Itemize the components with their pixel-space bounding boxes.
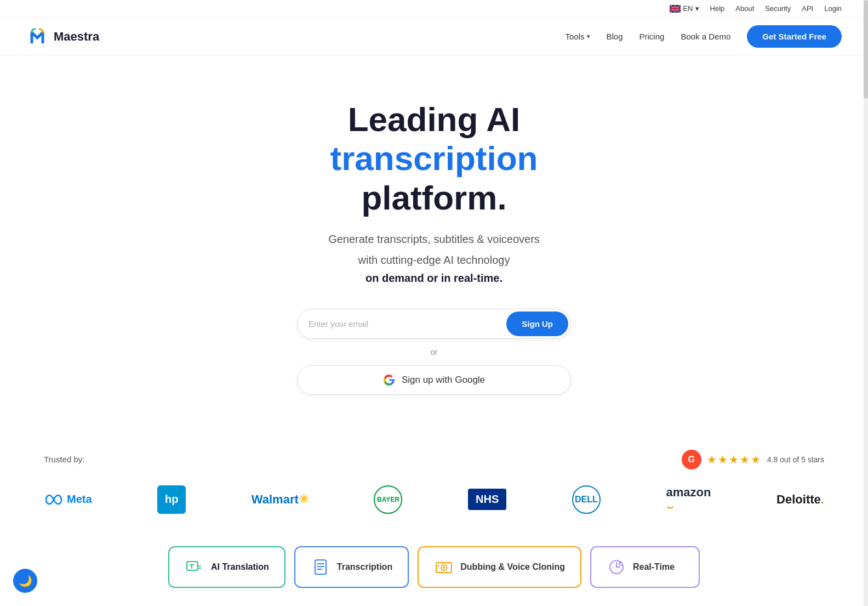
nav-tools[interactable]: Tools ▾	[565, 32, 590, 41]
topbar-help[interactable]: Help	[710, 4, 725, 13]
features-row: AI Translation Transcription Dubbing & V…	[0, 530, 868, 606]
svg-rect-8	[670, 8, 681, 9]
google-btn-label: Sign up with Google	[402, 375, 485, 386]
rating-text: 4.8 out of 5 stars	[767, 455, 824, 464]
email-input[interactable]	[298, 310, 504, 337]
scrollbar-thumb[interactable]	[864, 0, 868, 99]
topbar-security[interactable]: Security	[765, 4, 791, 13]
topbar-login[interactable]: Login	[824, 4, 842, 13]
hero-section: Leading AI transcription platform. Gener…	[0, 56, 868, 422]
star-rating: ★★★★★	[707, 453, 762, 466]
logos-row: Meta hp Walmart✳ BAYER NHS DELL amazon ⌣	[44, 486, 824, 513]
nhs-logo: NHS	[468, 486, 506, 513]
moon-icon: 🌙	[19, 574, 32, 587]
hero-subtitle-3: on demand or in real-time.	[26, 272, 842, 285]
scrollbar[interactable]	[864, 0, 868, 606]
hero-title: Leading AI transcription platform.	[26, 100, 842, 217]
realtime-label: Real-Time	[633, 562, 675, 572]
get-started-button[interactable]: Get Started Free	[747, 25, 842, 48]
signup-button[interactable]: Sign Up	[506, 312, 568, 336]
topbar-api[interactable]: API	[802, 4, 813, 13]
svg-point-14	[443, 567, 445, 569]
dell-logo: DELL	[572, 486, 601, 513]
dubbing-icon	[434, 557, 454, 577]
trusted-label: Trusted by:	[44, 455, 84, 464]
nav-pricing[interactable]: Pricing	[639, 32, 665, 41]
amazon-logo: amazon ⌣	[666, 486, 711, 513]
logo-text: Maestra	[54, 30, 99, 44]
trusted-header: Trusted by: G ★★★★★ 4.8 out of 5 stars	[44, 450, 824, 469]
flag-icon	[670, 5, 681, 13]
trusted-section: Trusted by: G ★★★★★ 4.8 out of 5 stars M…	[0, 422, 868, 530]
nav-blog[interactable]: Blog	[607, 32, 623, 41]
deloitte-logo: Deloitte.	[776, 486, 824, 513]
feature-ai-translation[interactable]: AI Translation	[168, 546, 285, 588]
navbar: Maestra Tools ▾ Blog Pricing Book a Demo…	[0, 18, 868, 56]
logo[interactable]: Maestra	[26, 26, 99, 48]
language-selector[interactable]: EN ▾	[670, 4, 699, 13]
or-divider: or	[26, 348, 842, 356]
hero-subtitle-2: with cutting-edge AI technology	[26, 251, 842, 269]
svg-point-15	[438, 565, 439, 567]
lang-chevron: ▾	[695, 4, 699, 13]
tools-chevron: ▾	[587, 33, 590, 40]
g2-icon: G	[682, 450, 701, 469]
feature-transcription[interactable]: Transcription	[294, 546, 409, 588]
hero-subtitle-1: Generate transcripts, subtitles & voiceo…	[26, 230, 842, 248]
svg-rect-11	[315, 560, 326, 574]
realtime-icon	[607, 557, 626, 577]
lang-label: EN	[683, 4, 693, 13]
transcription-icon	[311, 557, 330, 577]
google-signup-button[interactable]: Sign up with Google	[297, 365, 571, 395]
walmart-logo: Walmart✳	[252, 486, 309, 513]
transcription-label: Transcription	[337, 562, 392, 572]
nav-links: Tools ▾ Blog Pricing Book a Demo Get Sta…	[565, 25, 842, 48]
topbar: EN ▾ Help About Security API Login	[0, 0, 868, 18]
google-icon	[383, 374, 395, 386]
meta-logo: Meta	[44, 486, 92, 513]
ai-translation-label: AI Translation	[211, 562, 269, 572]
nav-book-demo[interactable]: Book a Demo	[681, 32, 730, 41]
ai-translation-icon	[185, 557, 204, 577]
hp-logo: hp	[157, 486, 186, 513]
logo-icon	[26, 26, 48, 48]
feature-realtime[interactable]: Real-Time	[590, 546, 700, 588]
bayer-logo: BAYER	[374, 486, 402, 513]
email-form: Sign Up	[297, 309, 571, 339]
dark-mode-toggle[interactable]: 🌙	[13, 569, 37, 593]
topbar-about[interactable]: About	[735, 4, 754, 13]
feature-dubbing[interactable]: Dubbing & Voice Cloning	[418, 546, 581, 588]
dubbing-label: Dubbing & Voice Cloning	[460, 562, 565, 572]
rating-badge: G ★★★★★ 4.8 out of 5 stars	[682, 450, 824, 469]
